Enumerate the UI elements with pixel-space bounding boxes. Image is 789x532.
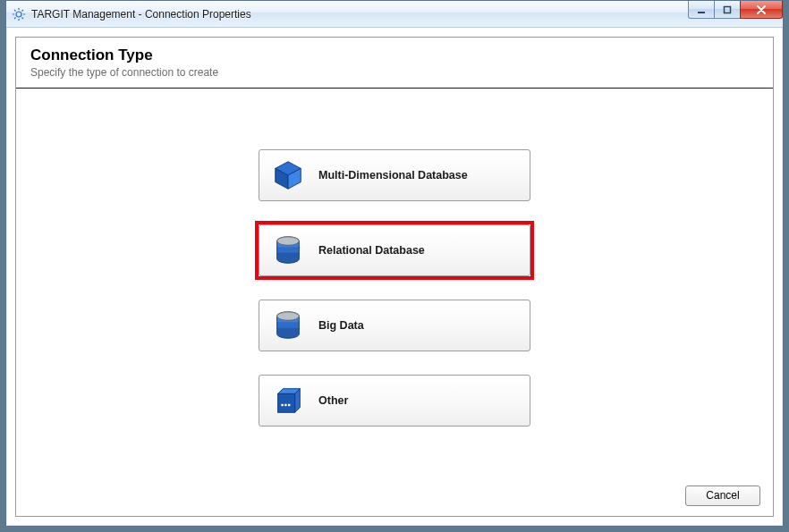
option-wrap-other: Other — [255, 371, 534, 430]
svg-rect-2 — [725, 6, 731, 13]
window-title: TARGIT Management - Connection Propertie… — [31, 8, 251, 21]
page-title: Connection Type — [30, 46, 759, 64]
svg-rect-1 — [698, 12, 705, 13]
option-label: Other — [318, 394, 348, 407]
minimize-button[interactable] — [688, 1, 715, 19]
maximize-button[interactable] — [714, 1, 741, 19]
box-other-icon — [270, 383, 306, 418]
option-big-data[interactable]: Big Data — [259, 300, 530, 351]
svg-rect-12 — [278, 393, 295, 412]
svg-point-7 — [277, 237, 300, 246]
window-controls — [689, 1, 783, 19]
option-wrap-relational: Relational Database — [255, 221, 534, 280]
option-multi-dimensional-database[interactable]: Multi-Dimensional Database — [259, 149, 530, 201]
titlebar[interactable]: TARGIT Management - Connection Propertie… — [6, 1, 783, 28]
option-label: Big Data — [318, 319, 364, 332]
option-other[interactable]: Other — [259, 375, 530, 426]
database-icon — [270, 232, 306, 268]
option-label: Multi-Dimensional Database — [318, 169, 468, 182]
svg-rect-13 — [281, 404, 283, 406]
options-area: Multi-Dimensional Database — [16, 89, 773, 475]
cancel-button[interactable]: Cancel — [685, 486, 760, 506]
svg-rect-15 — [288, 404, 290, 406]
cube-icon — [270, 157, 306, 193]
content-panel: Connection Type Specify the type of conn… — [15, 37, 774, 517]
option-relational-database[interactable]: Relational Database — [259, 224, 530, 276]
footer: Cancel — [16, 475, 773, 516]
page-subtitle: Specify the type of connection to create — [30, 66, 759, 79]
header-block: Connection Type Specify the type of conn… — [16, 38, 773, 89]
svg-point-9 — [277, 312, 300, 321]
database-big-icon — [270, 308, 306, 343]
option-wrap-multi-dimensional: Multi-Dimensional Database — [255, 146, 534, 205]
dialog-window: TARGIT Management - Connection Propertie… — [5, 0, 784, 527]
app-gear-icon — [12, 7, 26, 21]
option-label: Relational Database — [318, 244, 425, 257]
cancel-button-label: Cancel — [706, 489, 739, 502]
close-button[interactable] — [740, 1, 783, 19]
svg-point-0 — [16, 12, 21, 17]
svg-rect-14 — [284, 404, 286, 406]
option-wrap-big-data: Big Data — [255, 296, 534, 355]
